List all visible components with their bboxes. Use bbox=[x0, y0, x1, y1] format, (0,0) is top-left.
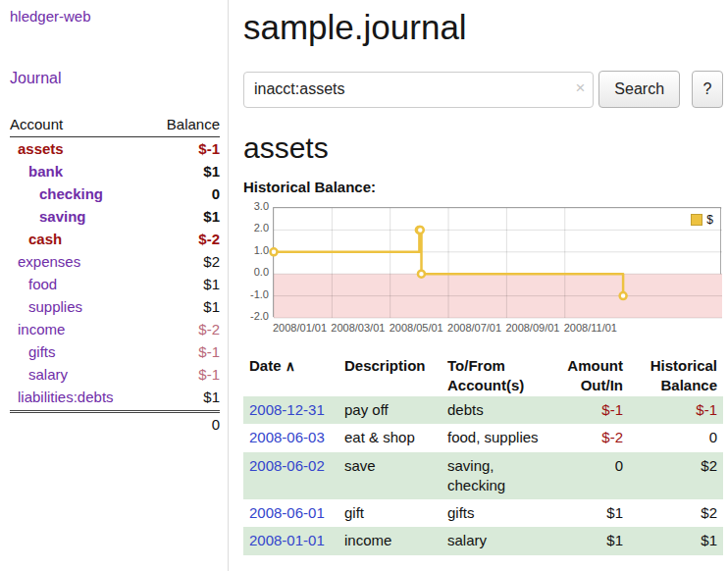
account-balance: $2 bbox=[203, 253, 220, 270]
account-balance: $1 bbox=[203, 298, 220, 315]
y-axis-label: -1.0 bbox=[243, 288, 269, 300]
account-link[interactable]: saving bbox=[10, 208, 86, 225]
account-link[interactable]: cash bbox=[10, 231, 62, 247]
transaction-date-link[interactable]: 2008-01-01 bbox=[249, 532, 325, 548]
search-input[interactable] bbox=[243, 72, 594, 108]
transaction-amount: 0 bbox=[557, 452, 629, 500]
account-balance: $-1 bbox=[198, 140, 220, 157]
account-link[interactable]: income bbox=[10, 321, 65, 337]
transaction-date-link[interactable]: 2008-12-31 bbox=[249, 401, 325, 418]
account-link[interactable]: checking bbox=[10, 185, 103, 202]
account-balance: $1 bbox=[203, 163, 220, 180]
account-link[interactable]: liabilities:debts bbox=[10, 389, 114, 405]
transaction-amount: $-1 bbox=[557, 396, 629, 424]
x-axis-label: 2008/11/01 bbox=[564, 322, 617, 334]
account-column-header: Account bbox=[10, 116, 63, 132]
search-box: × bbox=[243, 72, 594, 108]
account-balance: $-1 bbox=[198, 366, 220, 383]
balance-chart: 3.02.01.00.0-1.0-2.0 $ 2008/01/012008/03… bbox=[243, 203, 723, 340]
account-balance: $1 bbox=[203, 276, 220, 292]
account-row: expenses$2 bbox=[10, 250, 220, 273]
account-balance: 0 bbox=[212, 185, 220, 202]
col-header-amount: Amount Out/In bbox=[557, 354, 629, 396]
sort-ascending-icon[interactable]: ∧ bbox=[286, 358, 295, 374]
x-axis-label: 2008/07/01 bbox=[447, 322, 501, 334]
transaction-description: pay off bbox=[338, 396, 442, 424]
col-header-historical-balance: Historical Balance bbox=[629, 354, 723, 396]
y-axis-label: 3.0 bbox=[243, 200, 269, 212]
transaction-accounts: food, supplies bbox=[442, 424, 557, 451]
page-title: sample.journal bbox=[243, 8, 723, 47]
transaction-date-cell: 2008-12-31 bbox=[243, 396, 338, 424]
account-balance: $1 bbox=[203, 208, 220, 225]
account-row: income$-2 bbox=[10, 318, 220, 340]
account-row: assets$-1 bbox=[10, 137, 220, 160]
transactions-table: Date ∧ Description To/From Account(s) Am… bbox=[243, 354, 723, 555]
account-row: salary$-1 bbox=[10, 363, 220, 386]
transaction-balance: 0 bbox=[629, 424, 723, 451]
account-link[interactable]: bank bbox=[10, 163, 63, 180]
transaction-row: 2008-12-31pay offdebts$-1$-1 bbox=[243, 396, 723, 424]
balance-column-header: Balance bbox=[167, 116, 220, 132]
x-axis-label: 2008/03/01 bbox=[331, 322, 385, 334]
account-row: checking0 bbox=[10, 182, 220, 205]
account-row: bank$1 bbox=[10, 160, 220, 182]
transaction-balance: $1 bbox=[629, 527, 723, 554]
transaction-description: save bbox=[338, 452, 442, 500]
col-header-description: Description bbox=[338, 354, 442, 396]
account-balance: $1 bbox=[203, 389, 220, 405]
app-title-link[interactable]: hledger-web bbox=[10, 8, 220, 25]
account-link[interactable]: salary bbox=[10, 366, 68, 383]
search-button[interactable]: Search bbox=[598, 71, 680, 108]
account-balance: $-2 bbox=[198, 231, 220, 247]
account-row: cash$-2 bbox=[10, 228, 220, 250]
transaction-row: 2008-06-03eat & shopfood, supplies$-20 bbox=[243, 424, 723, 451]
transaction-description: income bbox=[338, 527, 442, 554]
col-header-date[interactable]: Date ∧ bbox=[243, 354, 338, 396]
accounts-header: Account Balance bbox=[10, 113, 220, 137]
transaction-description: gift bbox=[338, 499, 442, 527]
account-link[interactable]: food bbox=[10, 276, 57, 292]
account-row: liabilities:debts$1 bbox=[10, 386, 220, 408]
accounts-total: 0 bbox=[10, 410, 220, 436]
transaction-row: 2008-06-01giftgifts$1$2 bbox=[243, 499, 723, 527]
account-balance: $-2 bbox=[198, 321, 220, 337]
transaction-amount: $1 bbox=[557, 499, 629, 527]
transaction-date-link[interactable]: 2008-06-01 bbox=[249, 504, 325, 521]
chart-label: Historical Balance: bbox=[243, 179, 723, 195]
y-axis-label: 2.0 bbox=[243, 222, 269, 234]
y-axis-label: 1.0 bbox=[243, 244, 269, 256]
main-content: sample.journal × Search ? assets Histori… bbox=[230, 0, 728, 555]
transactions-body: 2008-12-31pay offdebts$-1$-12008-06-03ea… bbox=[243, 396, 723, 555]
sidebar: hledger-web Journal Account Balance asse… bbox=[0, 0, 229, 571]
transactions-header-row: Date ∧ Description To/From Account(s) Am… bbox=[243, 354, 723, 396]
account-link[interactable]: supplies bbox=[10, 298, 82, 315]
transaction-amount: $1 bbox=[557, 527, 629, 554]
date-header-label: Date bbox=[249, 357, 282, 374]
search-row: × Search ? bbox=[243, 71, 723, 108]
help-button[interactable]: ? bbox=[692, 71, 723, 108]
x-axis-label: 2008/05/01 bbox=[390, 322, 443, 334]
transaction-row: 2008-06-02savesaving, checking0$2 bbox=[243, 452, 723, 500]
sidebar-item-journal[interactable]: Journal bbox=[10, 70, 220, 87]
account-link[interactable]: gifts bbox=[10, 343, 56, 360]
transaction-amount: $-2 bbox=[557, 424, 629, 451]
transaction-date-cell: 2008-06-01 bbox=[243, 499, 338, 527]
account-link[interactable]: assets bbox=[10, 140, 64, 157]
x-axis-label: 2008/01/01 bbox=[273, 322, 327, 334]
transaction-date-cell: 2008-01-01 bbox=[243, 527, 338, 554]
clear-search-icon[interactable]: × bbox=[575, 79, 585, 96]
transaction-accounts: saving, checking bbox=[442, 452, 557, 500]
transaction-date-link[interactable]: 2008-06-02 bbox=[249, 457, 325, 474]
account-row: food$1 bbox=[10, 273, 220, 295]
transaction-date-cell: 2008-06-02 bbox=[243, 452, 338, 500]
account-link[interactable]: expenses bbox=[10, 253, 80, 270]
col-header-accounts: To/From Account(s) bbox=[442, 354, 557, 396]
transaction-description: eat & shop bbox=[338, 424, 442, 451]
chart-plot: $ bbox=[273, 207, 721, 317]
transaction-date-link[interactable]: 2008-06-03 bbox=[249, 429, 325, 445]
accounts-list: assets$-1bank$1checking0saving$1cash$-2e… bbox=[10, 137, 220, 408]
transaction-accounts: gifts bbox=[442, 499, 557, 527]
transaction-accounts: salary bbox=[442, 527, 557, 554]
transaction-balance: $-1 bbox=[629, 396, 723, 424]
